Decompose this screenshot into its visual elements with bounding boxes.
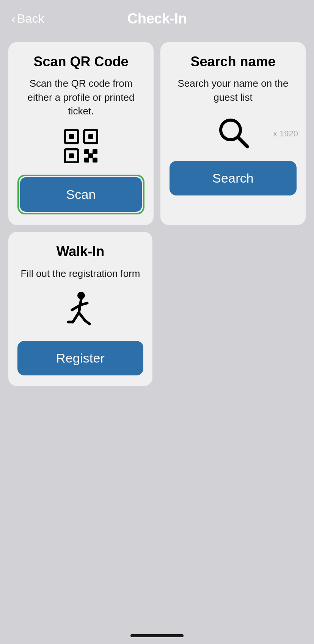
- svg-line-20: [85, 320, 89, 324]
- svg-rect-3: [88, 134, 93, 139]
- svg-rect-1: [69, 134, 74, 139]
- home-indicator: [130, 634, 184, 637]
- walkin-card: Walk-In Fill out the registration form: [8, 232, 152, 386]
- top-row: Scan QR Code Scan the QR code from eithe…: [8, 42, 306, 225]
- main-content: Scan QR Code Scan the QR code from eithe…: [0, 34, 314, 394]
- search-svg-icon: [216, 116, 250, 150]
- svg-line-16: [80, 303, 87, 305]
- register-button[interactable]: Register: [17, 341, 143, 375]
- search-icon: [216, 116, 250, 150]
- watermark-text: x 1920: [273, 129, 298, 139]
- svg-rect-8: [93, 149, 97, 154]
- search-button[interactable]: Search: [170, 161, 297, 195]
- walkin-person-icon: [65, 292, 96, 330]
- svg-rect-7: [84, 158, 89, 163]
- back-button[interactable]: ‹ Back: [11, 12, 44, 26]
- back-chevron-icon: ‹: [11, 12, 16, 25]
- bottom-row: Walk-In Fill out the registration form: [8, 232, 306, 386]
- svg-rect-9: [93, 158, 97, 163]
- search-card-description: Search your name on the guest list: [170, 77, 297, 104]
- svg-rect-5: [69, 153, 74, 158]
- header: ‹ Back Check-In: [0, 0, 314, 34]
- scan-card: Scan QR Code Scan the QR code from eithe…: [8, 42, 154, 225]
- back-label: Back: [17, 12, 44, 26]
- qr-code-icon: [64, 129, 98, 163]
- walkin-card-title: Walk-In: [57, 243, 105, 259]
- svg-rect-6: [84, 149, 89, 154]
- svg-line-12: [238, 137, 247, 147]
- svg-rect-10: [88, 153, 93, 158]
- scan-button-wrapper: Scan: [17, 175, 144, 214]
- svg-line-18: [79, 313, 85, 320]
- walkin-card-description: Fill out the registration form: [20, 267, 140, 280]
- scan-button[interactable]: Scan: [20, 177, 142, 212]
- search-card: Search name Search your name on the gues…: [160, 42, 306, 225]
- search-card-title: Search name: [190, 53, 275, 70]
- scan-card-title: Scan QR Code: [33, 53, 128, 70]
- svg-line-17: [73, 313, 79, 322]
- page-title: Check-In: [127, 11, 187, 27]
- scan-card-description: Scan the QR code from either a profile o…: [17, 77, 144, 118]
